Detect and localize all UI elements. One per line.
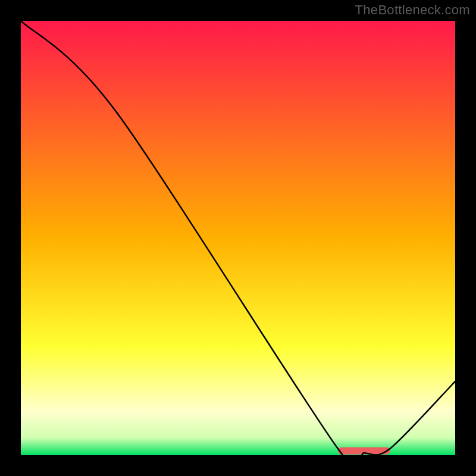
chart-background <box>21 21 455 455</box>
chart-frame: TheBottleneck.com <box>0 0 476 476</box>
watermark-text: TheBottleneck.com <box>355 2 470 18</box>
plot-area <box>21 21 455 455</box>
chart-svg <box>21 21 455 455</box>
